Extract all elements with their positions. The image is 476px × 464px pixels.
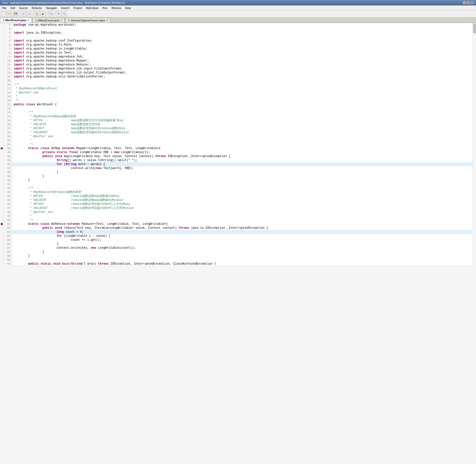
close-button[interactable]: ✕ — [471, 1, 474, 4]
tab-icon-wordcount: J — [3, 19, 4, 22]
code-line-39: 39 } — [0, 174, 473, 178]
tab-wordcount[interactable]: J WordCount.java ✕ — [0, 18, 32, 23]
code-line-3: 3import java.io.IOException; — [0, 31, 473, 35]
code-line-35: 35 String[] words = value.toString().spl… — [0, 158, 473, 162]
toolbar-separator-3 — [47, 11, 47, 16]
code-line-11: 11import org.apache.hadoop.mapreduce.Red… — [0, 63, 473, 67]
menu-myeclipse[interactable]: MyEclipse — [84, 5, 101, 10]
window-controls: _ □ ✕ — [463, 1, 474, 4]
open-button[interactable]: 📂 — [7, 11, 12, 17]
tab-bar: J WordCount.java ✕ J HWordCount.java ✕ C… — [0, 17, 476, 23]
menu-window[interactable]: Window — [109, 5, 123, 10]
code-line-55: 55 count += i.get(); — [0, 238, 473, 242]
code-line-41: 41 — [0, 182, 473, 186]
code-line-57: 57 context.write(key, new LongWritable(c… — [0, 246, 473, 250]
menu-source[interactable]: Source — [17, 5, 30, 10]
code-line-45: 45 * VALUEIN reduce函数读取map函数输出的value — [0, 198, 473, 202]
toolbar: 📄 📂 💾 ↩ ↪ 🐛 ▶ 🔍 J 🔧 — [0, 10, 476, 17]
right-panel — [473, 23, 476, 265]
code-line-50: 50 */ — [0, 218, 473, 222]
editor-container: 1package com.my.mapreduce.wordcount;23im… — [0, 23, 476, 265]
tab-icon-hwordcount: J — [35, 19, 37, 22]
code-line-56: 56 } — [0, 242, 473, 246]
code-line-14: 14import org.apache.hadoop.util.GenericO… — [0, 75, 473, 79]
title-bar: Java - bigData/src/com/my/mapreduce/word… — [0, 0, 476, 5]
code-line-1: 1package com.my.mapreduce.wordcount; — [0, 23, 473, 27]
tab-label-hwordcount: HWordCount.java — [38, 19, 59, 22]
code-line-28: 28 * VALUEOUT map函数处理后输出到reduce函数的value — [0, 130, 473, 134]
code-line-43: 43 * MapReduce中的reduce函数的类型 — [0, 190, 473, 194]
code-line-60: 60 — [0, 258, 473, 262]
search-button[interactable]: 🔍 — [48, 11, 53, 17]
code-line-18: 18 * @author yao — [0, 91, 473, 95]
menu-project[interactable]: Project — [71, 5, 84, 10]
code-line-26: 26 * VALUEIN map函数读取文件内容 — [0, 122, 473, 126]
code-line-12: 12import org.apache.hadoop.mapreduce.lib… — [0, 67, 473, 71]
code-line-59: 59 } — [0, 254, 473, 258]
code-line-19: 19 * — [0, 95, 473, 99]
menu-run[interactable]: Run — [101, 5, 109, 10]
tab-icon-genericoptionsparser: C — [68, 19, 70, 22]
code-line-16: 16/** — [0, 83, 473, 87]
maximize-button[interactable]: □ — [467, 1, 470, 4]
code-line-40: 40 } — [0, 178, 473, 182]
code-line-51: 51 static class WcReduce extends Reducer… — [0, 222, 473, 226]
code-line-47: 47 * VALUEOUT reduce函数处理后输出到hdfs上文件的valu… — [0, 206, 473, 210]
code-line-5: 5import org.apache.hadoop.conf.Configura… — [0, 39, 473, 43]
tab-close-hwordcount[interactable]: ✕ — [60, 19, 62, 22]
code-line-38: 38 } — [0, 170, 473, 174]
debug-button[interactable]: 🐛 — [34, 11, 40, 17]
tab-close-genericoptionsparser[interactable]: ✕ — [106, 19, 108, 22]
code-line-52: 52 public void reduce(Text key, Iterable… — [0, 226, 473, 230]
toolbar-separator-1 — [19, 11, 20, 16]
toolbar-separator-4 — [54, 11, 55, 16]
java-perspective[interactable]: J — [56, 11, 61, 17]
menu-file[interactable]: File — [0, 5, 8, 10]
code-editor[interactable]: 1package com.my.mapreduce.wordcount;23im… — [0, 23, 473, 265]
code-line-33: 33 private static final LongWritable ONE… — [0, 150, 473, 154]
code-line-42: 42 /** — [0, 186, 473, 190]
debug-perspective[interactable]: 🔧 — [62, 11, 67, 17]
code-line-44: 44 * KEYIN reduce函数读取map函数输出的key — [0, 194, 473, 198]
code-line-29: 29 * @author yao — [0, 134, 473, 138]
code-line-15: 15 — [0, 79, 473, 83]
menu-refactor[interactable]: Refactor — [30, 5, 44, 10]
minimize-button[interactable]: _ — [463, 1, 466, 4]
code-line-48: 48 * @author yao — [0, 210, 473, 214]
menu-navigate[interactable]: Navigate — [44, 5, 59, 10]
code-line-25: 25 * KEYIN map函数读取文件行内容的偏移量为key — [0, 118, 473, 122]
code-line-9: 9import org.apache.hadoop.mapreduce.Job; — [0, 55, 473, 59]
code-line-36: 36 for (String word : words) { — [0, 162, 473, 166]
menu-edit[interactable]: Edit — [8, 5, 17, 10]
code-lines: 1package com.my.mapreduce.wordcount;23im… — [0, 23, 473, 265]
toolbar-separator-2 — [33, 11, 33, 16]
code-line-49: 49 * — [0, 214, 473, 218]
code-line-46: 46 * KEYOUT reduce函数处理后输出到hdfs上文件的key — [0, 202, 473, 206]
menu-bar: File Edit Source Refactor Navigate Searc… — [0, 5, 476, 10]
code-line-6: 6import org.apache.hadoop.fs.Path; — [0, 43, 473, 47]
tab-hwordcount[interactable]: J HWordCount.java ✕ — [32, 18, 65, 23]
code-line-34: 34 public void map(LongWritable key, Tex… — [0, 154, 473, 158]
code-line-13: 13import org.apache.hadoop.mapreduce.lib… — [0, 71, 473, 75]
code-line-20: 20 */ — [0, 99, 473, 103]
save-button[interactable]: 💾 — [13, 11, 18, 17]
tab-close-wordcount[interactable]: ✕ — [27, 19, 29, 22]
code-line-10: 10import org.apache.hadoop.mapreduce.Map… — [0, 59, 473, 63]
redo-button[interactable]: ↪ — [27, 11, 32, 17]
code-line-7: 7import org.apache.hadoop.io.LongWritabl… — [0, 47, 473, 51]
code-line-32: 32 static class WcMap extends Mapper<Lon… — [0, 146, 473, 150]
tab-genericoptionsparser[interactable]: C GenericOptionsParser.class ✕ — [65, 18, 110, 23]
code-line-2: 2 — [0, 27, 473, 31]
code-line-24: 24 * MapReduce中的map函数的类型 — [0, 115, 473, 118]
menu-help[interactable]: Help — [123, 5, 133, 10]
code-line-21: 21public class WordCount { — [0, 103, 473, 107]
undo-button[interactable]: ↩ — [21, 11, 26, 17]
window-title: Java - bigData/src/com/my/mapreduce/word… — [2, 1, 125, 4]
code-line-53: 53 long count = 0; — [0, 230, 473, 234]
tab-label-genericoptionsparser: GenericOptionsParser.class — [71, 19, 105, 22]
scrollbar-thumb[interactable] — [473, 23, 476, 33]
code-line-22: 22 — [0, 107, 473, 111]
new-button[interactable]: 📄 — [1, 11, 6, 17]
run-button[interactable]: ▶ — [40, 11, 46, 17]
menu-search[interactable]: Search — [59, 5, 72, 10]
